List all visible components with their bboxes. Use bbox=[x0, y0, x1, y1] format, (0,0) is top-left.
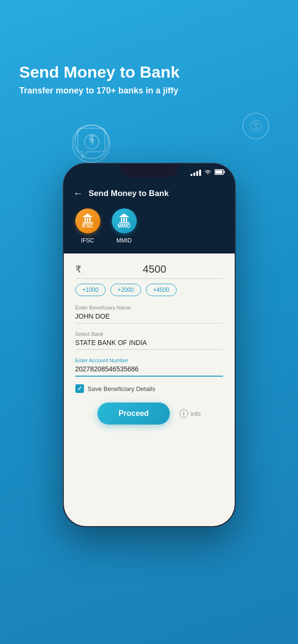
ifsc-tab-name: IFSC bbox=[81, 237, 94, 244]
mmid-col-1 bbox=[121, 218, 122, 222]
battery-icon bbox=[215, 169, 225, 176]
mmid-col-3 bbox=[126, 218, 127, 222]
account-number-label: Enter Account Number bbox=[75, 357, 223, 363]
bank-icon bbox=[83, 214, 93, 223]
col-2 bbox=[87, 218, 88, 222]
info-label: info bbox=[191, 410, 201, 417]
mmid-tab-name: MMID bbox=[117, 237, 132, 244]
screen-title: Send Money to Bank bbox=[89, 189, 169, 198]
wifi-icon bbox=[204, 169, 212, 176]
save-beneficiary-row[interactable]: ✓ Save Beneficiary Details bbox=[75, 384, 223, 393]
account-number-field: Enter Account Number 20278208546535686 bbox=[75, 357, 223, 377]
mmid-bank-icon bbox=[119, 214, 130, 223]
top-section: ← Send Money to Bank bbox=[64, 181, 235, 253]
bank-roof bbox=[83, 214, 93, 218]
mmid-col-2 bbox=[123, 218, 125, 222]
col-3 bbox=[89, 218, 91, 222]
bank-value[interactable]: STATE BANK OF INDIA bbox=[75, 339, 223, 350]
quick-2000-button[interactable]: +2000 bbox=[110, 284, 141, 296]
info-link[interactable]: i info bbox=[179, 409, 201, 418]
signal-bar-2 bbox=[193, 172, 195, 176]
chat-bubble-icon: ₹ bbox=[72, 125, 110, 163]
proceed-button[interactable]: Proceed bbox=[97, 402, 170, 425]
quick-1000-button[interactable]: +1000 bbox=[75, 284, 106, 296]
save-label: Save Beneficiary Details bbox=[88, 385, 155, 392]
bg-refresh-icon-right: ₹ bbox=[242, 113, 269, 139]
quick-4500-button[interactable]: +4500 bbox=[146, 284, 177, 296]
bank-label: Select Bank bbox=[75, 331, 223, 337]
tab-mmid[interactable]: MMID MMID bbox=[112, 208, 137, 244]
phone-screen: ← Send Money to Bank bbox=[64, 164, 235, 526]
tab-section: IFSC IFSC bbox=[73, 208, 225, 244]
svg-text:₹: ₹ bbox=[88, 133, 95, 145]
mmid-label: MMID bbox=[118, 223, 131, 229]
nav-bar: ← Send Money to Bank bbox=[73, 188, 225, 199]
account-number-value[interactable]: 20278208546535686 bbox=[75, 365, 223, 377]
checkmark-icon: ✓ bbox=[77, 385, 82, 392]
mmid-icon-circle: MMID bbox=[112, 208, 137, 233]
signal-icon bbox=[191, 170, 201, 176]
form-section: ₹ 4500 +1000 +2000 +4500 Enter Beneficia… bbox=[64, 253, 235, 526]
rupee-symbol: ₹ bbox=[75, 264, 82, 275]
page-title: Send Money to Bank bbox=[19, 62, 179, 82]
back-button[interactable]: ← bbox=[73, 188, 83, 199]
signal-bar-1 bbox=[191, 174, 192, 176]
svg-rect-7 bbox=[224, 171, 225, 173]
page-subtitle: Transfer money to 170+ banks in a jiffy bbox=[19, 86, 179, 96]
bank-field: Select Bank STATE BANK OF INDIA bbox=[75, 331, 223, 350]
notch bbox=[120, 164, 178, 177]
save-checkbox[interactable]: ✓ bbox=[75, 384, 84, 393]
phone-mockup: ← Send Money to Bank bbox=[63, 163, 236, 527]
ifsc-label: IFSC bbox=[82, 223, 93, 229]
beneficiary-name-label: Enter Beneficiary Name bbox=[75, 305, 223, 310]
signal-bar-3 bbox=[196, 171, 198, 176]
page-header: Send Money to Bank Transfer money to 170… bbox=[19, 62, 179, 96]
col-1 bbox=[84, 218, 86, 222]
beneficiary-name-value[interactable]: JOHN DOE bbox=[75, 312, 223, 323]
info-icon: i bbox=[179, 409, 188, 418]
beneficiary-name-field: Enter Beneficiary Name JOHN DOE bbox=[75, 305, 223, 323]
signal-bar-4 bbox=[199, 170, 201, 176]
tab-ifsc[interactable]: IFSC IFSC bbox=[75, 208, 100, 244]
bank-columns bbox=[84, 218, 91, 222]
svg-text:₹: ₹ bbox=[254, 123, 258, 129]
quick-amounts: +1000 +2000 +4500 bbox=[75, 284, 223, 296]
bottom-action-row: Proceed i info bbox=[75, 402, 223, 425]
phone-frame: ← Send Money to Bank bbox=[63, 163, 236, 527]
amount-row: ₹ 4500 bbox=[75, 263, 223, 279]
svg-rect-6 bbox=[215, 170, 222, 173]
mmid-bank-columns bbox=[121, 218, 127, 222]
amount-value[interactable]: 4500 bbox=[86, 263, 223, 276]
mmid-bank-roof bbox=[119, 214, 130, 218]
ifsc-icon-circle: IFSC bbox=[75, 208, 100, 233]
